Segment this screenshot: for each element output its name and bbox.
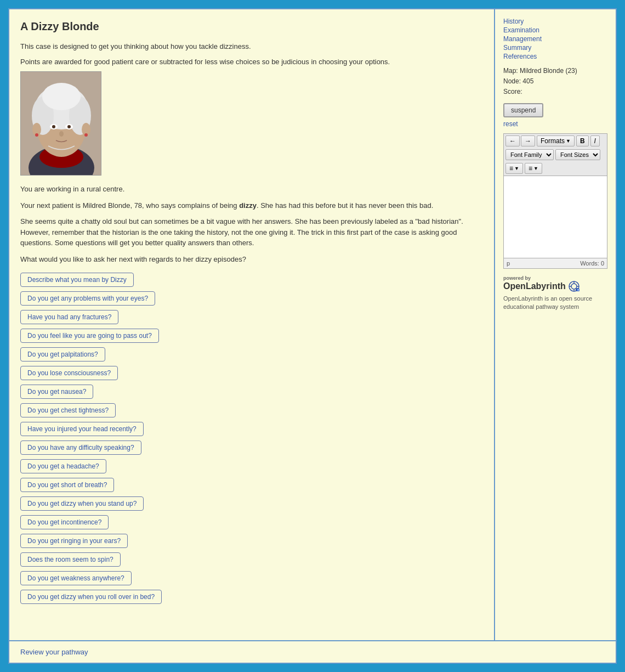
option-button-11[interactable]: Do you get short of breath? [20,478,114,492]
option-button-5[interactable]: Do you lose consciousness? [20,366,118,380]
option-button-7[interactable]: Do you get chest tightness? [20,403,116,417]
body-text-1: You are working in a rural centre. [20,184,483,195]
svg-point-13 [59,131,64,137]
sidebar-meta: Map: Mildred Blonde (23) Node: 405 Score… [503,66,607,98]
intro-text-1: This case is designed to get you thinkin… [20,41,483,52]
svg-text:♿: ♿ [576,288,579,291]
option-button-10[interactable]: Do you get a headache? [20,459,106,473]
ordered-list-button[interactable]: ≡ ▼ [525,163,542,174]
footer-bar: Review your pathway [8,641,617,664]
svg-point-17 [84,133,88,137]
editor-footer: p Words: 0 [503,258,607,269]
sidebar-nav-references[interactable]: References [503,53,607,60]
patient-image [20,71,101,176]
suspend-button[interactable]: suspend [503,103,543,117]
editor-word-count: Words: 0 [580,260,604,267]
option-button-4[interactable]: Do you get palpitations? [20,347,105,362]
option-button-1[interactable]: Do you get any problems with your eyes? [20,291,155,306]
option-button-6[interactable]: Do you get nausea? [20,385,93,399]
sidebar-nav-history[interactable]: History [503,18,607,25]
sidebar-nav-summary[interactable]: Summary [503,44,607,52]
svg-point-11 [52,125,55,128]
ul-chevron-icon: ▼ [514,166,519,171]
option-button-14[interactable]: Do you get ringing in your ears? [20,534,128,548]
review-pathway-link[interactable]: Review your pathway [20,648,88,656]
intro-text-2: Points are awarded for good patient care… [20,57,483,67]
openlabyrinth-logo-text: OpenLabyrinth [503,281,566,291]
svg-point-19 [571,284,577,289]
option-button-12[interactable]: Do you get dizzy when you stand up? [20,496,144,511]
body-text-2: Your next patient is Mildred Blonde, 78,… [20,200,483,211]
unordered-list-button[interactable]: ≡ ▼ [505,163,523,174]
sidebar-nav-examination[interactable]: Examination [503,26,607,34]
options-list: Describe what you mean by DizzyDo you ge… [20,273,483,604]
node-info: Node: 405 [503,76,607,87]
formats-button[interactable]: Formats ▼ [537,135,575,146]
openlabyrinth-branding: powered by OpenLabyrinth ♿ Ope [503,275,607,312]
option-button-0[interactable]: Describe what you mean by Dizzy [20,273,134,287]
undo-button[interactable]: ← [505,135,520,146]
page-title: A Dizzy Blonde [20,20,483,33]
option-button-16[interactable]: Do you get weakness anywhere? [20,571,132,585]
option-button-15[interactable]: Does the room seem to spin? [20,552,121,567]
editor-paragraph-label: p [507,260,510,267]
svg-point-12 [67,125,71,128]
body-text-3: She seems quite a chatty old soul but ca… [20,216,483,249]
score-info: Score: [503,87,607,97]
font-sizes-select[interactable]: Font Sizes [555,149,600,160]
editor-content-area[interactable] [503,176,607,258]
reset-link[interactable]: reset [503,120,607,128]
sidebar-nav-management[interactable]: Management [503,35,607,43]
sidebar-nav: HistoryExaminationManagementSummaryRefer… [503,18,607,60]
redo-button[interactable]: → [521,135,535,146]
option-button-17[interactable]: Do you get dizzy when you roll over in b… [20,590,162,604]
openlabyrinth-description: OpenLabyrinth is an open source educatio… [503,295,607,312]
powered-by-label: powered by [503,275,531,281]
option-button-2[interactable]: Have you had any fractures? [20,310,118,324]
svg-point-16 [35,133,38,137]
svg-point-8 [42,83,81,110]
question-text: What would you like to ask her next with… [20,254,483,265]
option-button-13[interactable]: Do you get incontinence? [20,515,109,529]
option-button-9[interactable]: Do you have any difficulty speaking? [20,441,141,455]
font-family-select[interactable]: Font Family [505,149,554,160]
ol-chevron-icon: ▼ [533,166,538,171]
map-info: Map: Mildred Blonde (23) [503,66,607,76]
formats-chevron-icon: ▼ [566,138,571,144]
bold-button[interactable]: B [576,135,589,146]
italic-button[interactable]: I [590,135,600,146]
openlabyrinth-logo-icon: ♿ [569,281,579,292]
option-button-8[interactable]: Have you injured your head recently? [20,422,144,436]
editor-toolbar: ← → Formats ▼ B I Font Family Font S [503,133,607,176]
option-button-3[interactable]: Do you feel like you are going to pass o… [20,329,159,343]
